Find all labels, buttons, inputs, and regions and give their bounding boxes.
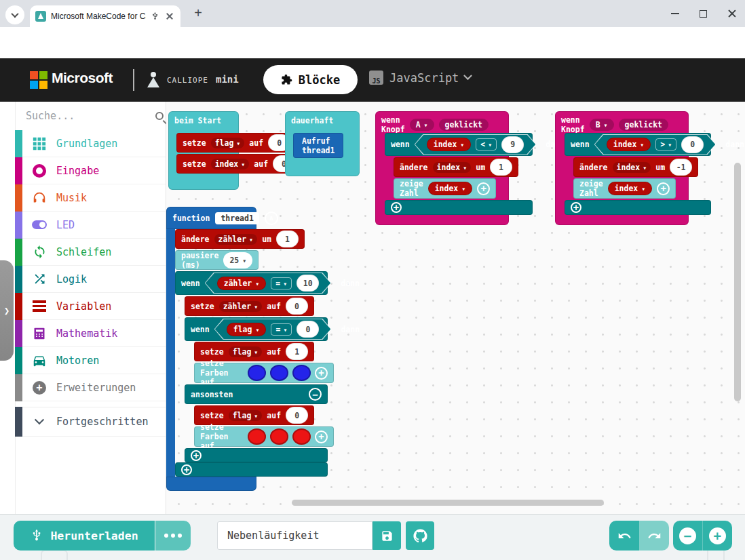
variable-dropdown[interactable]: index (433, 162, 472, 173)
workspace-horizontal-scrollbar[interactable] (292, 500, 604, 506)
block-set-flag[interactable]: setze flag auf 0 (176, 133, 297, 153)
block-if-zaehler[interactable]: wenn zähler = 10 dann (175, 271, 328, 295)
variable-dropdown[interactable]: flag (229, 410, 263, 421)
expand-plus-icon[interactable] (315, 431, 328, 443)
workspace-vertical-scrollbar[interactable] (734, 163, 741, 401)
block-set-colors-blue[interactable]: setze Farben auf (194, 363, 334, 383)
block-if-a[interactable]: wenn index < 9 dann (385, 133, 533, 156)
expand-plus-icon[interactable] (657, 182, 670, 195)
block-pause[interactable]: pausiere (ms) 25 (175, 250, 259, 270)
collapse-icon[interactable] (265, 212, 278, 225)
variable-dropdown[interactable]: index (613, 162, 651, 173)
tab-close-icon[interactable] (164, 11, 175, 22)
value-input[interactable]: 1 (286, 343, 308, 360)
add-else-plus-icon[interactable] (191, 450, 202, 461)
button-dropdown[interactable]: A (410, 119, 434, 131)
operator-dropdown[interactable]: < (476, 138, 497, 151)
undo-button[interactable] (609, 521, 639, 551)
variable-dropdown[interactable]: flag (229, 346, 263, 357)
event-dropdown[interactable]: geklickt (619, 119, 668, 131)
sidebar-item-erweiterungen[interactable]: + Erweiterungen (15, 374, 166, 401)
button-dropdown[interactable]: B (590, 119, 614, 131)
led-color-swatch[interactable] (270, 428, 288, 445)
sidebar-item-schleifen[interactable]: Schleifen (15, 239, 166, 266)
sidebar-item-variablen[interactable]: Variablen (15, 293, 166, 320)
block-change-index-a[interactable]: ändere index um 1 (394, 157, 518, 177)
new-tab-button[interactable]: + (191, 7, 205, 20)
variable-dropdown[interactable]: index (428, 182, 473, 195)
zoom-in-button[interactable]: + (703, 521, 733, 551)
led-color-swatch[interactable] (248, 365, 266, 381)
browser-tab[interactable]: Microsoft MakeCode for Ca (30, 5, 180, 27)
led-color-swatch[interactable] (292, 428, 311, 445)
add-else-plus-icon[interactable] (391, 202, 402, 213)
search-input[interactable] (26, 110, 155, 122)
sidebar-item-motoren[interactable]: Motoren (15, 347, 166, 374)
operator-dropdown[interactable]: > (655, 138, 676, 151)
window-close-button[interactable] (727, 9, 737, 18)
sidebar-item-fortgeschritten[interactable]: Fortgeschritten (15, 407, 166, 437)
blocks-toggle-button[interactable]: Blöcke (263, 65, 358, 94)
download-button[interactable]: Herunterladen (14, 521, 155, 551)
sidebar-item-mathematik[interactable]: Mathematik (15, 320, 166, 347)
variable-dropdown[interactable]: zähler (217, 277, 267, 290)
value-input[interactable]: 1 (490, 159, 512, 176)
variable-dropdown[interactable]: index (211, 159, 250, 169)
tab-search-button[interactable] (5, 5, 24, 24)
condition-hexagon[interactable]: index < 9 (415, 134, 537, 155)
variable-dropdown[interactable]: flag (211, 138, 245, 148)
sidebar-item-grundlagen[interactable]: Grundlagen (15, 130, 166, 157)
value-input[interactable]: -1 (670, 159, 692, 176)
block-show-number-a[interactable]: zeige Zahl index (394, 178, 496, 199)
add-else-plus-icon[interactable] (181, 464, 192, 475)
block-else[interactable]: ansonsten (185, 384, 328, 404)
redo-button[interactable] (639, 521, 669, 551)
block-workspace[interactable]: beim Start setze flag auf 0 setze index … (166, 102, 745, 514)
sidebar-item-musik[interactable]: Musik (15, 184, 166, 212)
led-color-swatch[interactable] (292, 365, 311, 381)
zoom-out-button[interactable]: − (673, 521, 703, 551)
event-dropdown[interactable]: geklickt (439, 119, 489, 131)
value-input[interactable]: 10 (297, 275, 319, 292)
block-if-b[interactable]: wenn index > 0 dann (565, 133, 711, 156)
value-input[interactable]: 0 (286, 407, 308, 424)
operator-dropdown[interactable]: = (271, 277, 292, 289)
window-maximize-button[interactable] (700, 10, 707, 18)
if-flag-footer[interactable] (185, 448, 328, 462)
if-zaehler-footer[interactable] (175, 462, 328, 477)
variable-dropdown[interactable]: index (607, 138, 651, 151)
search-icon[interactable] (155, 112, 164, 120)
save-button[interactable] (372, 521, 401, 550)
led-color-swatch[interactable] (248, 428, 266, 445)
variable-dropdown[interactable]: zähler (214, 234, 258, 245)
function-name-input[interactable]: thread1 (215, 212, 259, 224)
block-set-colors-red[interactable]: setze Farben auf (194, 426, 334, 447)
block-change-zaehler[interactable]: ändere zähler um 1 (175, 229, 305, 249)
operator-dropdown[interactable]: = (271, 323, 292, 336)
if-b-footer[interactable] (565, 200, 711, 215)
led-color-swatch[interactable] (270, 365, 288, 381)
expand-plus-icon[interactable] (477, 182, 490, 195)
block-change-index-b[interactable]: ändere index um -1 (573, 157, 698, 177)
sidebar-item-logik[interactable]: Logik (15, 266, 166, 293)
javascript-toggle-button[interactable]: JS JavaScript (369, 71, 471, 85)
value-input[interactable]: 1 (276, 231, 299, 247)
value-input[interactable]: 0 (297, 321, 319, 338)
window-minimize-button[interactable] (671, 13, 679, 14)
variable-dropdown[interactable]: index (427, 138, 472, 151)
sidebar-item-led[interactable]: LED (15, 212, 166, 239)
github-button[interactable] (406, 521, 434, 550)
variable-dropdown[interactable]: flag (227, 323, 267, 336)
variable-dropdown[interactable]: zähler (219, 301, 263, 312)
if-a-footer[interactable] (385, 200, 533, 215)
block-set-zaehler[interactable]: setze zähler auf 0 (185, 296, 314, 316)
function-header[interactable]: function thread1 (166, 207, 256, 229)
duration-dropdown[interactable]: 25 (223, 252, 252, 268)
block-if-flag[interactable]: wenn flag = 0 dann (185, 317, 328, 341)
block-call-thread1[interactable]: Aufruf thread1 (293, 133, 343, 158)
add-else-plus-icon[interactable] (571, 202, 581, 213)
variable-dropdown[interactable]: index (608, 182, 653, 195)
value-input[interactable]: 9 (501, 136, 524, 153)
condition-hexagon[interactable]: index > 0 (594, 134, 717, 155)
download-options-button[interactable] (155, 521, 191, 551)
